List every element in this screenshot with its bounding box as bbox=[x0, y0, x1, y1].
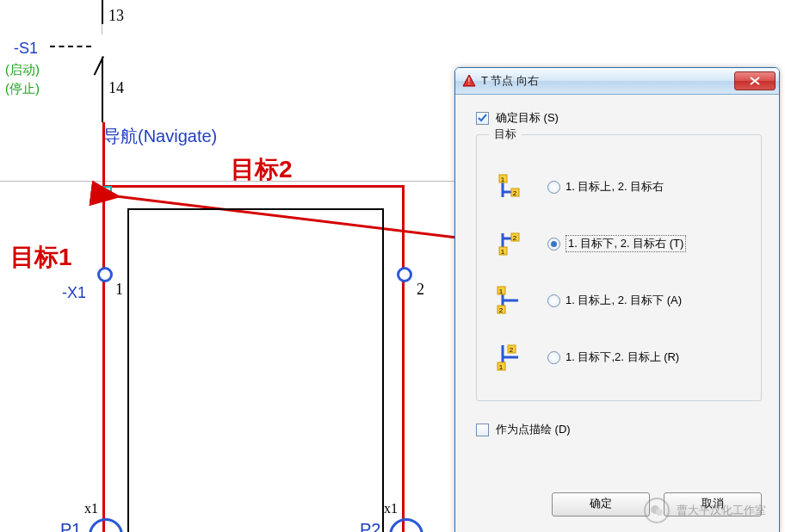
navigate-label: 导航(Navigate) bbox=[103, 125, 217, 148]
svg-text:2: 2 bbox=[499, 306, 504, 314]
ref-p1: P1 bbox=[60, 520, 81, 532]
draw-as-point-checkbox[interactable] bbox=[476, 424, 489, 436]
terminal-x1-2 bbox=[397, 267, 412, 282]
svg-text:2: 2 bbox=[513, 234, 517, 242]
frame-top bbox=[127, 208, 382, 210]
svg-point-20 bbox=[656, 509, 663, 516]
watermark: 曹大平汉化工作室 bbox=[644, 498, 766, 523]
watermark-text: 曹大平汉化工作室 bbox=[677, 503, 766, 518]
contact-bottom bbox=[102, 57, 103, 122]
svg-text:2: 2 bbox=[510, 346, 514, 354]
determine-target-checkbox[interactable] bbox=[476, 112, 489, 125]
ref-s1: -S1 bbox=[14, 40, 38, 58]
titlebar[interactable]: ! T 节点 向右 bbox=[455, 68, 779, 95]
pin-13: 13 bbox=[108, 7, 124, 25]
svg-text:1: 1 bbox=[501, 248, 505, 256]
determine-target-label: 确定目标 (S) bbox=[496, 110, 559, 126]
check-icon bbox=[478, 114, 487, 123]
callout-target1: 目标1 bbox=[10, 241, 72, 274]
radio-down-right[interactable] bbox=[547, 238, 560, 251]
pin-14: 14 bbox=[108, 79, 124, 97]
dialog-title: T 节点 向右 bbox=[481, 73, 734, 89]
draw-as-point-label: 作为点描绘 (D) bbox=[496, 422, 571, 437]
radio-down-up[interactable] bbox=[547, 351, 560, 364]
close-button[interactable] bbox=[734, 71, 776, 90]
lamp-p2 bbox=[389, 518, 423, 532]
t-icon-down-up: 1 2 bbox=[492, 342, 523, 373]
draw-as-point-row[interactable]: 作为点描绘 (D) bbox=[476, 422, 762, 437]
dialog-tnode: ! T 节点 向右 确定目标 (S) 目标 1 bbox=[454, 67, 780, 532]
conn-x1a: x1 bbox=[84, 501, 98, 517]
actuator-dashed bbox=[50, 46, 91, 47]
close-icon bbox=[750, 77, 760, 85]
svg-text:2: 2 bbox=[513, 189, 517, 197]
t-icon-up-down: 1 2 bbox=[492, 285, 523, 316]
terminal-x1-1 bbox=[97, 267, 113, 282]
target-group-legend: 目标 bbox=[489, 127, 522, 142]
frame-left bbox=[127, 208, 129, 532]
option-label: 1. 目标上, 2. 目标右 bbox=[566, 179, 664, 195]
ref-p2: P2 bbox=[360, 520, 380, 532]
option-down-right[interactable]: 1 2 1. 目标下, 2. 目标右 (T) bbox=[492, 228, 745, 259]
pin-x1-2: 2 bbox=[417, 281, 424, 299]
svg-text:!: ! bbox=[468, 77, 471, 86]
conn-x1b: x1 bbox=[384, 501, 398, 517]
t-icon-up-right: 1 2 bbox=[492, 171, 523, 202]
radio-up-down[interactable] bbox=[547, 294, 560, 307]
app-icon: ! bbox=[462, 74, 476, 88]
option-up-down[interactable]: 1 2 1. 目标上, 2. 目标下 (A) bbox=[492, 285, 745, 316]
contact-top bbox=[102, 0, 103, 24]
svg-text:1: 1 bbox=[499, 288, 504, 295]
svg-text:1: 1 bbox=[501, 176, 505, 183]
ok-button[interactable]: 确定 bbox=[552, 492, 650, 517]
t-icon-down-right: 1 2 bbox=[492, 228, 523, 259]
label-stop: (停止) bbox=[5, 81, 40, 97]
option-up-right[interactable]: 1 2 1. 目标上, 2. 目标右 bbox=[492, 171, 745, 202]
lamp-p1 bbox=[89, 518, 123, 532]
determine-target-row[interactable]: 确定目标 (S) bbox=[476, 110, 762, 126]
wechat-icon bbox=[644, 498, 670, 523]
option-label: 1. 目标上, 2. 目标下 (A) bbox=[566, 293, 682, 308]
target-group: 目标 1 2 1. 目标上, 2. 目标右 bbox=[476, 134, 762, 401]
frame-right bbox=[382, 208, 384, 532]
ref-x1: -X1 bbox=[62, 284, 86, 302]
label-start: (启动) bbox=[5, 62, 40, 78]
option-label: 1. 目标下, 2. 目标右 (T) bbox=[566, 235, 686, 252]
svg-text:1: 1 bbox=[499, 363, 504, 371]
option-down-up[interactable]: 1 2 1. 目标下,2. 目标上 (R) bbox=[492, 342, 745, 373]
radio-up-right[interactable] bbox=[547, 181, 560, 194]
pin-x1-1: 1 bbox=[115, 281, 123, 299]
option-label: 1. 目标下,2. 目标上 (R) bbox=[566, 350, 679, 365]
